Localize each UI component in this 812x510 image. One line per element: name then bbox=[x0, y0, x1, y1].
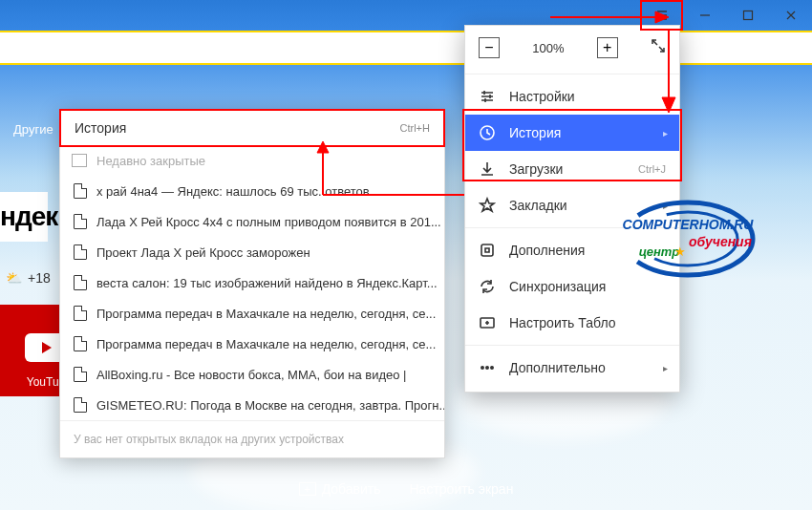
minimize-button[interactable] bbox=[683, 0, 726, 31]
menu-more[interactable]: Дополнительно ▸ bbox=[465, 350, 679, 386]
svg-text:COMPUTERHOM.RU: COMPUTERHOM.RU bbox=[623, 217, 755, 232]
history-entry[interactable]: AllBoxing.ru - Все новости бокса, MMA, б… bbox=[60, 359, 444, 390]
plus-box-icon: + bbox=[299, 482, 316, 496]
address-bar-area bbox=[0, 31, 812, 65]
menu-downloads[interactable]: Загрузки Ctrl+J bbox=[465, 151, 679, 187]
close-button[interactable] bbox=[769, 0, 812, 31]
weather-icon: ⛅ bbox=[6, 270, 22, 286]
bottom-toolbar: + Добавить Настроить экран bbox=[0, 481, 812, 497]
addons-icon bbox=[479, 242, 496, 259]
submenu-arrow-icon: ▸ bbox=[663, 128, 668, 138]
menu-history[interactable]: История ▸ bbox=[465, 115, 679, 151]
history-entry[interactable]: веста салон: 19 тыс изображений найдено … bbox=[60, 267, 444, 298]
yandex-logo: ндек bbox=[0, 192, 48, 242]
maximize-button[interactable] bbox=[726, 0, 769, 31]
history-footer: У вас нет открытых вкладок на других уст… bbox=[60, 420, 444, 457]
svg-point-6 bbox=[491, 367, 493, 369]
weather-temp: +18 bbox=[28, 270, 51, 286]
downloads-shortcut: Ctrl+J bbox=[638, 163, 666, 175]
menu-tableau[interactable]: Настроить Табло bbox=[465, 305, 679, 341]
history-header[interactable]: История Ctrl+H bbox=[59, 109, 445, 147]
tabs-icon bbox=[74, 156, 87, 167]
history-icon bbox=[479, 124, 496, 141]
history-shortcut: Ctrl+H bbox=[400, 122, 430, 134]
page-icon bbox=[74, 397, 87, 413]
zoom-out-button[interactable]: − bbox=[479, 37, 500, 58]
sync-icon bbox=[479, 278, 496, 295]
configure-screen-button[interactable]: Настроить экран bbox=[410, 481, 514, 497]
svg-text:★: ★ bbox=[674, 244, 686, 259]
zoom-controls: − 100% + bbox=[465, 26, 679, 70]
history-entry[interactable]: Проект Лада Х рей Кросс заморожен bbox=[60, 237, 444, 267]
page-icon bbox=[74, 183, 87, 199]
svg-point-5 bbox=[486, 367, 488, 369]
history-entry[interactable]: Лада Х Рей Кросс 4х4 с полным приводом п… bbox=[60, 206, 444, 237]
svg-text:обучения: обучения bbox=[689, 234, 752, 249]
page-icon bbox=[74, 214, 87, 229]
svg-text:центр: центр bbox=[639, 244, 680, 259]
bookmarks-icon bbox=[479, 197, 496, 214]
fullscreen-icon[interactable] bbox=[651, 38, 666, 57]
page-icon bbox=[74, 306, 87, 321]
history-title: История bbox=[75, 120, 126, 136]
settings-icon bbox=[479, 88, 496, 105]
hamburger-menu-button[interactable] bbox=[640, 0, 683, 31]
page-icon bbox=[74, 336, 87, 351]
history-entry[interactable]: GISMETEO.RU: Погода в Москве на сегодня,… bbox=[60, 390, 444, 420]
menu-settings[interactable]: Настройки bbox=[465, 78, 679, 115]
history-entry[interactable]: х рай 4на4 — Яндекс: нашлось 69 тыс. отв… bbox=[60, 176, 444, 206]
watermark-logo: COMPUTERHOM.RU центр ★ обучения bbox=[602, 191, 774, 287]
more-icon bbox=[479, 359, 496, 376]
history-entry[interactable]: Программа передач в Махачкале на неделю,… bbox=[60, 298, 444, 329]
page-icon bbox=[74, 367, 87, 382]
window-controls bbox=[640, 0, 812, 31]
page-icon bbox=[74, 244, 87, 260]
zoom-in-button[interactable]: + bbox=[597, 37, 618, 58]
tableau-icon bbox=[479, 314, 496, 331]
submenu-arrow-icon: ▸ bbox=[663, 363, 668, 373]
history-submenu: История Ctrl+H Недавно закрытые х рай 4н… bbox=[59, 109, 445, 458]
svg-point-4 bbox=[481, 367, 483, 369]
downloads-icon bbox=[479, 160, 496, 178]
page-icon bbox=[74, 275, 87, 290]
svg-rect-0 bbox=[743, 11, 752, 20]
add-tile-button[interactable]: + Добавить bbox=[299, 481, 381, 497]
svg-rect-2 bbox=[481, 244, 493, 256]
recently-closed-item: Недавно закрытые bbox=[60, 146, 444, 176]
zoom-value: 100% bbox=[532, 41, 564, 55]
history-entry[interactable]: Программа передач в Махачкале на неделю,… bbox=[60, 329, 444, 359]
